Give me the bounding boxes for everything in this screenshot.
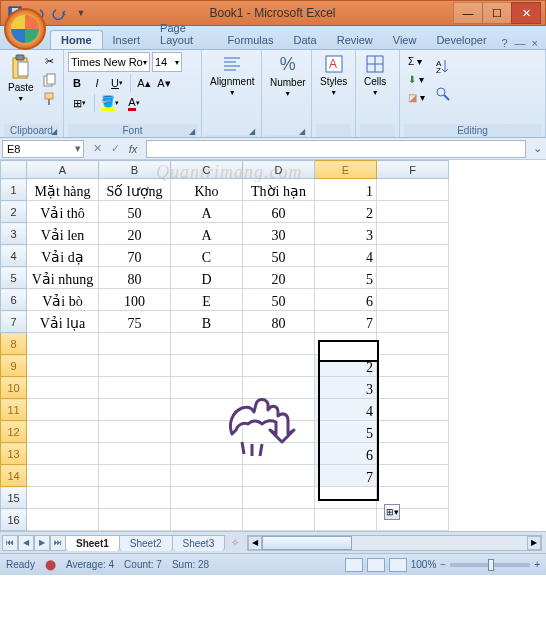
cell[interactable] [27, 399, 99, 421]
cell[interactable] [377, 245, 449, 267]
cell[interactable] [171, 333, 243, 355]
fill-button[interactable]: ⬇▾ [404, 70, 429, 88]
cell[interactable] [99, 377, 171, 399]
formula-bar[interactable] [146, 140, 526, 158]
cell[interactable] [27, 443, 99, 465]
cell[interactable]: Vải dạ [27, 245, 99, 267]
font-dialog-icon[interactable]: ◢ [189, 127, 195, 136]
fx-icon[interactable]: fx [124, 140, 142, 158]
new-sheet-icon[interactable]: ✧ [225, 537, 245, 548]
cell[interactable]: 30 [243, 223, 315, 245]
cell[interactable]: 50 [99, 201, 171, 223]
minimize-ribbon-icon[interactable]: — [515, 37, 526, 49]
font-size-select[interactable]: 14▾ [152, 52, 182, 72]
cell[interactable]: 20 [243, 267, 315, 289]
zoom-in-icon[interactable]: + [534, 559, 540, 570]
worksheet[interactable]: Quantrimang.com A B C D E F 1Mặt hàngSố … [0, 160, 546, 531]
cell[interactable]: 3 [315, 377, 377, 399]
name-box[interactable]: E8▾ [2, 140, 84, 158]
row-header[interactable]: 7 [1, 311, 27, 333]
cell[interactable] [315, 509, 377, 531]
format-painter-icon[interactable] [40, 90, 60, 108]
number-dialog-icon[interactable]: ◢ [299, 127, 305, 136]
cell[interactable]: 6 [315, 443, 377, 465]
cell[interactable] [171, 421, 243, 443]
font-color-button[interactable]: A▾ [123, 94, 145, 112]
macro-record-icon[interactable]: ⬤ [45, 559, 56, 570]
cell[interactable] [377, 465, 449, 487]
zoom-out-icon[interactable]: − [440, 559, 446, 570]
cell[interactable] [243, 355, 315, 377]
paste-button[interactable]: Paste ▼ [4, 52, 38, 104]
maximize-button[interactable]: ☐ [482, 2, 512, 24]
autofill-options-button[interactable]: ⊞▾ [384, 504, 400, 520]
cell[interactable] [243, 333, 315, 355]
cell[interactable] [377, 311, 449, 333]
cell[interactable]: 75 [99, 311, 171, 333]
alignment-button[interactable]: Alignment▼ [206, 52, 258, 98]
cell[interactable] [171, 509, 243, 531]
row-header[interactable]: 5 [1, 267, 27, 289]
cell[interactable]: 7 [315, 311, 377, 333]
cell[interactable]: 4 [315, 399, 377, 421]
cancel-formula-icon[interactable]: ✕ [88, 140, 106, 158]
cell[interactable] [99, 487, 171, 509]
cell[interactable] [377, 421, 449, 443]
cell[interactable] [27, 487, 99, 509]
cell[interactable]: 2 [315, 201, 377, 223]
cell[interactable]: 3 [315, 223, 377, 245]
clear-button[interactable]: ◪▾ [404, 88, 429, 106]
cell[interactable] [243, 443, 315, 465]
first-sheet-icon[interactable]: ⏮ [2, 535, 18, 551]
enter-formula-icon[interactable]: ✓ [106, 140, 124, 158]
sort-filter-button[interactable]: AZ [431, 52, 455, 80]
cell[interactable] [243, 399, 315, 421]
font-name-select[interactable]: Times New Ro▾ [68, 52, 150, 72]
select-all-corner[interactable] [1, 161, 27, 179]
col-header[interactable]: F [377, 161, 449, 179]
row-header[interactable]: 13 [1, 443, 27, 465]
cell[interactable] [171, 377, 243, 399]
cell[interactable] [243, 377, 315, 399]
cell[interactable] [377, 443, 449, 465]
tab-page-layout[interactable]: Page Layout [150, 19, 218, 49]
cell[interactable] [377, 399, 449, 421]
doc-close-icon[interactable]: × [528, 37, 542, 49]
alignment-dialog-icon[interactable]: ◢ [249, 127, 255, 136]
next-sheet-icon[interactable]: ▶ [34, 535, 50, 551]
cell[interactable]: 7 [315, 465, 377, 487]
cell[interactable] [171, 487, 243, 509]
col-header[interactable]: B [99, 161, 171, 179]
prev-sheet-icon[interactable]: ◀ [18, 535, 34, 551]
cell[interactable] [99, 443, 171, 465]
view-page-layout-icon[interactable] [367, 558, 385, 572]
row-header[interactable]: 11 [1, 399, 27, 421]
help-icon[interactable]: ? [497, 37, 513, 49]
expand-formula-bar-icon[interactable]: ⌄ [530, 142, 544, 155]
zoom-level[interactable]: 100% [411, 559, 437, 570]
tab-data[interactable]: Data [283, 31, 326, 49]
cell[interactable] [27, 355, 99, 377]
row-header[interactable]: 15 [1, 487, 27, 509]
grow-font-icon[interactable]: A▴ [135, 74, 153, 92]
cell[interactable]: 50 [243, 245, 315, 267]
cell[interactable]: 60 [243, 201, 315, 223]
qat-customize-icon[interactable]: ▼ [71, 3, 91, 23]
cell[interactable]: 100 [99, 289, 171, 311]
sheet-tab[interactable]: Sheet3 [172, 535, 226, 551]
cell[interactable] [243, 465, 315, 487]
minimize-button[interactable]: — [453, 2, 483, 24]
cell[interactable] [377, 289, 449, 311]
cell[interactable]: C [171, 245, 243, 267]
cell[interactable]: Kho [171, 179, 243, 201]
cell[interactable]: Mặt hàng [27, 179, 99, 201]
cell[interactable]: B [171, 311, 243, 333]
find-select-button[interactable] [431, 80, 455, 108]
cell[interactable]: 80 [99, 267, 171, 289]
redo-icon[interactable] [49, 3, 69, 23]
row-header[interactable]: 1 [1, 179, 27, 201]
cell[interactable] [243, 421, 315, 443]
cell[interactable]: 1 [315, 333, 377, 355]
cell[interactable] [377, 201, 449, 223]
cell[interactable] [27, 421, 99, 443]
